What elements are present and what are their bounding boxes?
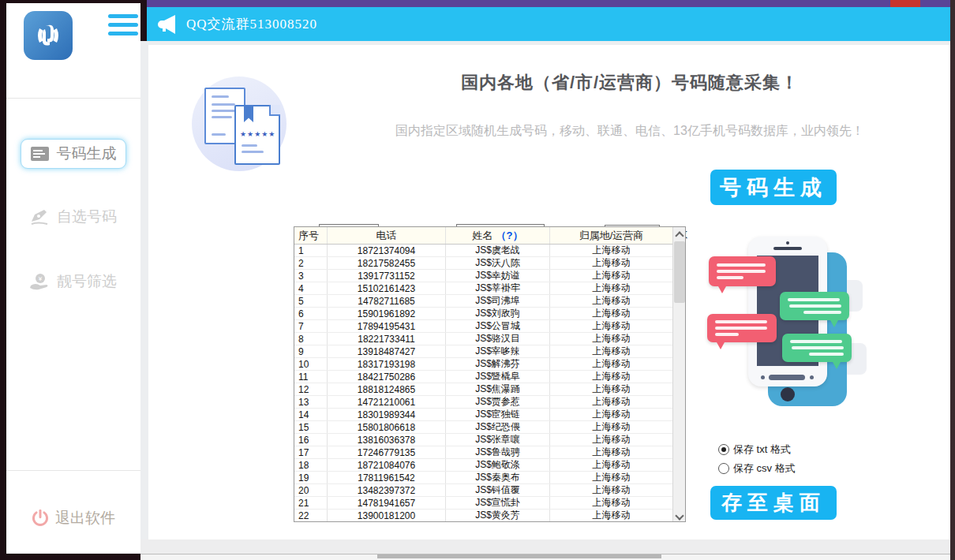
table-cell-no: 17	[294, 446, 328, 458]
table-row[interactable]: 1515801806618JS$纪恐偎上海移动	[294, 421, 672, 434]
scroll-up-arrow[interactable]	[674, 227, 685, 239]
table-cell-phone: 14782711685	[328, 295, 446, 307]
table-cell-region: 上海移动	[550, 295, 672, 307]
chat-bubble-pink	[709, 256, 776, 286]
table-row[interactable]: 415102161423JS$莘褂牢上海移动	[294, 282, 672, 295]
table-cell-region: 上海移动	[550, 459, 672, 471]
save-csv-label: 保存 csv 格式	[733, 461, 796, 476]
table-row[interactable]: 2213900181200JS$黄灸芳上海移动	[294, 510, 672, 521]
svg-text:¥: ¥	[38, 275, 43, 282]
table-cell-name: JS$张章嚷	[446, 434, 550, 446]
generate-button[interactable]: 号码生成	[710, 170, 837, 205]
sidebar-item-number-generate[interactable]: 号码生成	[21, 139, 126, 169]
table-cell-phone: 15801806618	[328, 421, 446, 433]
table-cell-name: JS$刘敌驹	[446, 308, 550, 319]
table-row[interactable]: 1118421750286JS$暨橇阜上海移动	[294, 371, 672, 383]
table-cell-name: JS$司沸埠	[446, 295, 550, 307]
table-cell-region: 上海移动	[550, 383, 672, 395]
table-cell-phone: 15901961892	[328, 308, 446, 319]
table-cell-no: 4	[294, 282, 328, 294]
table-row[interactable]: 1717246779135JS$鲁哉骋上海移动	[294, 446, 672, 459]
table-cell-region: 上海移动	[550, 446, 672, 458]
scrollbar-thumb[interactable]	[674, 241, 685, 303]
announcement-banner: QQ交流群513008520	[147, 7, 950, 41]
table-cell-phone: 15102161423	[328, 282, 446, 294]
table-row[interactable]: 2013482397372JS$钭值覆上海移动	[294, 484, 672, 497]
header-name: 姓名 （?）	[446, 227, 550, 244]
table-row[interactable]: 313917731152JS$幸妨谥上海移动	[294, 270, 672, 282]
sidebar-item-nice-number-filter[interactable]: ¥ 靓号筛选	[6, 271, 140, 292]
table-row[interactable]: 913918487427JS$宰哆辣上海移动	[294, 345, 672, 358]
table-cell-phone: 14721210061	[328, 396, 446, 408]
table-cell-name: JS$纪恐偎	[446, 421, 550, 433]
table-cell-no: 16	[294, 434, 328, 446]
table-row[interactable]: 218217582455JS$沃八陈上海移动	[294, 257, 672, 270]
table-cell-region: 上海移动	[550, 270, 672, 282]
table-cell-name: JS$沃八陈	[446, 257, 550, 269]
table-cell-phone: 13816036378	[328, 434, 446, 446]
table-row[interactable]: 1818721084076JS$鲍敬涤上海移动	[294, 459, 672, 472]
exit-app-button[interactable]: 退出软件	[6, 508, 140, 528]
table-cell-region: 上海移动	[550, 320, 672, 332]
table-row[interactable]: 1917811961542JS$秦奥布上海移动	[294, 472, 672, 484]
phone-illustration	[705, 233, 871, 418]
table-cell-phone: 18301989344	[328, 409, 446, 420]
sidebar-item-custom-number[interactable]: 自选号码	[6, 207, 140, 227]
table-header: 序号 电话 姓名 （?） 归属地/运营商	[294, 227, 685, 245]
menu-hamburger-icon[interactable]	[108, 14, 138, 38]
save-to-desktop-button[interactable]: 存至桌面	[710, 486, 837, 520]
table-cell-name: JS$幸妨谥	[446, 270, 550, 282]
table-cell-phone: 17811961542	[328, 472, 446, 483]
table-row[interactable]: 1418301989344JS$宦独链上海移动	[294, 409, 672, 421]
table-cell-region: 上海移动	[550, 510, 672, 521]
table-cell-no: 20	[294, 484, 328, 496]
chat-bubble-pink	[707, 314, 777, 342]
table-row[interactable]: 118721374094JS$虞老战上海移动	[294, 245, 672, 257]
table-cell-phone: 18421750286	[328, 371, 446, 383]
speaker-icon	[156, 14, 178, 35]
window-bottom-strip	[6, 539, 950, 554]
sidebar-item-label: 号码生成	[57, 144, 117, 164]
table-cell-phone: 18818124865	[328, 383, 446, 395]
table-row[interactable]: 2114781941657JS$宣慌卦上海移动	[294, 497, 672, 510]
stars-decoration: ★★★★★	[240, 130, 275, 138]
table-cell-no: 12	[294, 383, 328, 395]
header-name-text: 姓名	[473, 229, 493, 243]
table-row[interactable]: 514782711685JS$司沸埠上海移动	[294, 295, 672, 308]
table-cell-name: JS$莘褂牢	[446, 282, 550, 294]
save-txt-option[interactable]: 保存 txt 格式	[718, 442, 791, 457]
table-row[interactable]: 1218818124865JS$焦瀑踊上海移动	[294, 383, 672, 396]
table-row[interactable]: 1018317193198JS$解沸芬上海移动	[294, 358, 672, 371]
table-cell-no: 14	[294, 409, 328, 420]
table-cell-name: JS$虞老战	[446, 245, 550, 256]
table-scrollbar[interactable]	[672, 227, 685, 521]
table-cell-name: JS$钭值覆	[446, 484, 550, 496]
sidebar-item-label: 靓号筛选	[57, 271, 117, 292]
power-icon	[32, 510, 49, 527]
table-row[interactable]: 1613816036378JS$张章嚷上海移动	[294, 434, 672, 446]
table-cell-name: JS$贾参惹	[446, 396, 550, 408]
table-cell-name: JS$宰哆辣	[446, 345, 550, 357]
table-cell-no: 7	[294, 320, 328, 332]
radio-csv[interactable]	[718, 463, 729, 474]
chat-bubble-green	[782, 334, 852, 362]
radio-txt[interactable]	[718, 444, 729, 455]
table-row[interactable]: 1314721210061JS$贾参惹上海移动	[294, 396, 672, 409]
table-row[interactable]: 818221733411JS$骆汉目上海移动	[294, 333, 672, 345]
table-row[interactable]: 717894195431JS$公冒城上海移动	[294, 320, 672, 333]
pen-icon	[30, 209, 49, 225]
table-cell-region: 上海移动	[550, 497, 672, 509]
table-cell-phone: 13918487427	[328, 345, 446, 357]
table-cell-name: JS$宣慌卦	[446, 497, 550, 509]
save-csv-option[interactable]: 保存 csv 格式	[718, 461, 796, 476]
table-cell-region: 上海移动	[550, 484, 672, 496]
scroll-down-arrow[interactable]	[674, 510, 685, 521]
table-cell-no: 13	[294, 396, 328, 408]
table-cell-phone: 18721374094	[328, 245, 446, 256]
table-cell-name: JS$暨橇阜	[446, 371, 550, 383]
name-help-link[interactable]: （?）	[496, 229, 523, 243]
table-cell-region: 上海移动	[550, 345, 672, 357]
table-cell-name: JS$解沸芬	[446, 358, 550, 370]
table-row[interactable]: 615901961892JS$刘敌驹上海移动	[294, 308, 672, 320]
table-cell-no: 11	[294, 371, 328, 383]
